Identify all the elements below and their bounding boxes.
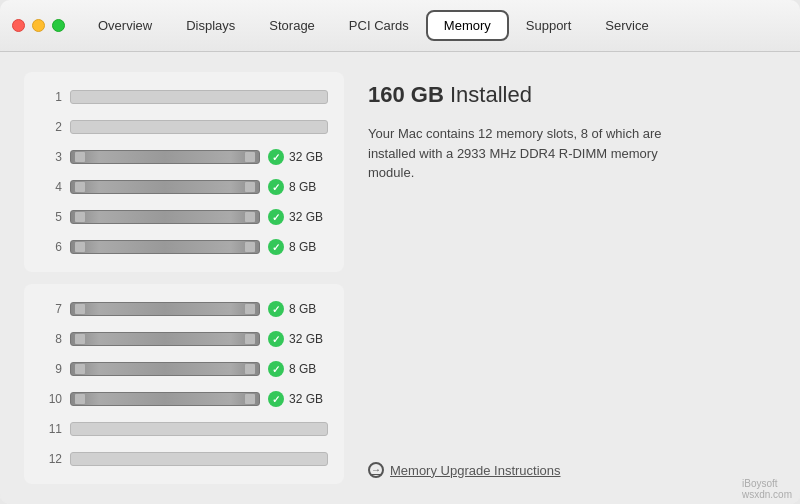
slot-number: 6	[40, 240, 62, 254]
tab-bar: Overview Displays Storage PCI Cards Memo…	[81, 10, 666, 41]
slot-number: 3	[40, 150, 62, 164]
arrow-circle-icon	[368, 462, 384, 478]
tab-support[interactable]: Support	[509, 11, 589, 40]
tab-overview[interactable]: Overview	[81, 11, 169, 40]
memory-description: Your Mac contains 12 memory slots, 8 of …	[368, 124, 668, 183]
slot-size: 32 GB	[289, 210, 323, 224]
ram-stick-filled	[70, 332, 260, 346]
memory-amount: 160 GB	[368, 82, 444, 107]
slot-row: 2	[40, 112, 328, 142]
slot-row: 4 8 GB	[40, 172, 328, 202]
memory-upgrade-link[interactable]: Memory Upgrade Instructions	[368, 462, 752, 486]
check-icon	[268, 239, 284, 255]
ram-stick-filled	[70, 240, 260, 254]
slot-number: 12	[40, 452, 62, 466]
slot-badge: 32 GB	[268, 331, 328, 347]
check-icon	[268, 149, 284, 165]
slot-number: 11	[40, 422, 62, 436]
slots-panel: 1 2 3 32 GB	[24, 72, 344, 496]
ram-stick-filled	[70, 180, 260, 194]
slot-number: 7	[40, 302, 62, 316]
check-icon	[268, 391, 284, 407]
slot-number: 9	[40, 362, 62, 376]
tab-storage[interactable]: Storage	[252, 11, 332, 40]
memory-installed-title: 160 GB Installed	[368, 82, 752, 108]
slot-row: 6 8 GB	[40, 232, 328, 262]
close-button[interactable]	[12, 19, 25, 32]
traffic-lights	[12, 19, 65, 32]
slot-row: 1	[40, 82, 328, 112]
minimize-button[interactable]	[32, 19, 45, 32]
tab-service[interactable]: Service	[588, 11, 665, 40]
slot-row: 5 32 GB	[40, 202, 328, 232]
maximize-button[interactable]	[52, 19, 65, 32]
slot-row: 3 32 GB	[40, 142, 328, 172]
slot-number: 4	[40, 180, 62, 194]
slot-badge: 32 GB	[268, 209, 328, 225]
ram-stick-empty	[70, 452, 328, 466]
tab-pci-cards[interactable]: PCI Cards	[332, 11, 426, 40]
main-content: 1 2 3 32 GB	[0, 52, 800, 504]
slot-number: 10	[40, 392, 62, 406]
ram-stick-filled	[70, 392, 260, 406]
system-info-window: Overview Displays Storage PCI Cards Memo…	[0, 0, 800, 504]
ram-stick-filled	[70, 362, 260, 376]
check-icon	[268, 209, 284, 225]
ram-stick-filled	[70, 302, 260, 316]
ram-stick-empty	[70, 90, 328, 104]
upgrade-link-label: Memory Upgrade Instructions	[390, 463, 561, 478]
info-panel: 160 GB Installed Your Mac contains 12 me…	[344, 72, 776, 496]
slot-badge: 8 GB	[268, 179, 328, 195]
slot-row: 12	[40, 444, 328, 474]
slot-size: 32 GB	[289, 392, 323, 406]
check-icon	[268, 331, 284, 347]
slot-row: 8 32 GB	[40, 324, 328, 354]
slot-badge: 8 GB	[268, 301, 328, 317]
ram-stick-filled	[70, 210, 260, 224]
slot-row: 7 8 GB	[40, 294, 328, 324]
slot-number: 1	[40, 90, 62, 104]
check-icon	[268, 301, 284, 317]
slot-size: 8 GB	[289, 180, 316, 194]
slot-row: 9 8 GB	[40, 354, 328, 384]
watermark: iBoysoftwsxdn.com	[742, 478, 792, 500]
slot-size: 32 GB	[289, 332, 323, 346]
slot-badge: 8 GB	[268, 239, 328, 255]
slot-group-1: 1 2 3 32 GB	[24, 72, 344, 272]
slot-badge: 8 GB	[268, 361, 328, 377]
ram-stick-empty	[70, 422, 328, 436]
slot-row: 10 32 GB	[40, 384, 328, 414]
check-icon	[268, 361, 284, 377]
slot-size: 8 GB	[289, 240, 316, 254]
tab-displays[interactable]: Displays	[169, 11, 252, 40]
slot-row: 11	[40, 414, 328, 444]
slot-badge: 32 GB	[268, 149, 328, 165]
slot-number: 8	[40, 332, 62, 346]
memory-installed-label: Installed	[450, 82, 532, 107]
check-icon	[268, 179, 284, 195]
slot-badge: 32 GB	[268, 391, 328, 407]
tab-memory[interactable]: Memory	[426, 10, 509, 41]
slot-size: 8 GB	[289, 302, 316, 316]
slot-number: 2	[40, 120, 62, 134]
titlebar: Overview Displays Storage PCI Cards Memo…	[0, 0, 800, 52]
ram-stick-empty	[70, 120, 328, 134]
slot-number: 5	[40, 210, 62, 224]
slot-group-2: 7 8 GB 8 32 GB	[24, 284, 344, 484]
ram-stick-filled	[70, 150, 260, 164]
slot-size: 8 GB	[289, 362, 316, 376]
slot-size: 32 GB	[289, 150, 323, 164]
